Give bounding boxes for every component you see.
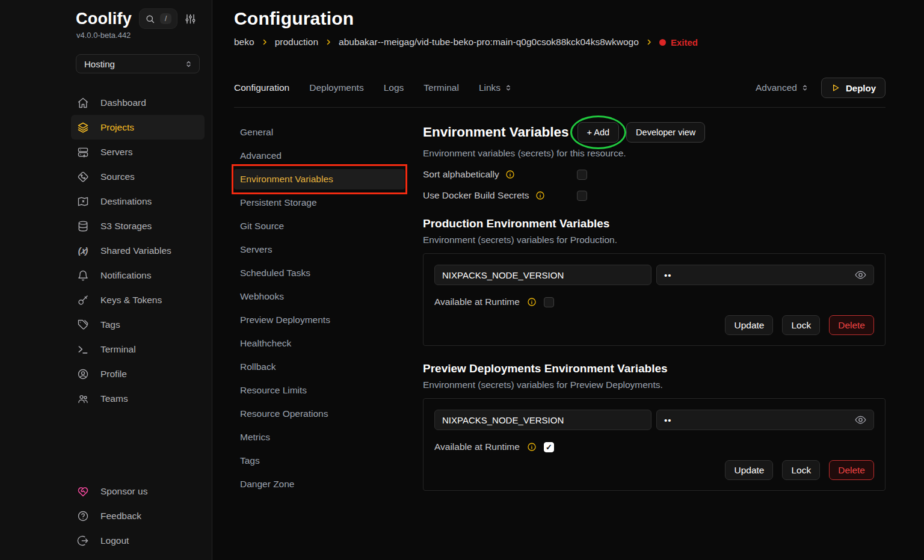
lock-button[interactable]: Lock [782, 315, 820, 335]
heart-icon [76, 485, 89, 497]
sidebar-item-dashboard[interactable]: Dashboard [71, 90, 205, 115]
subnav-webhooks[interactable]: Webhooks [234, 286, 405, 307]
page-title: Configuration [234, 8, 886, 29]
variable-name-input[interactable] [434, 265, 651, 285]
production-section-title: Production Environment Variables [423, 217, 886, 230]
add-variable-button[interactable]: + Add [578, 122, 620, 143]
available-at-runtime-checkbox[interactable] [544, 442, 554, 452]
sidebar-item-s3-storages[interactable]: S3 Storages [71, 214, 205, 238]
lock-button[interactable]: Lock [782, 460, 820, 480]
sidebar-item-shared-variables[interactable]: (𝑥) Shared Variables [71, 238, 205, 263]
bell-icon [76, 269, 89, 282]
chevron-up-down-icon [184, 60, 193, 69]
search-shortcut-key: / [160, 13, 171, 24]
sidebar-item-sponsor[interactable]: Sponsor us [71, 479, 205, 503]
sidebar-item-projects[interactable]: Projects [71, 115, 205, 140]
preview-section-subtitle: Environment (secrets) variables for Prev… [423, 380, 886, 390]
sidebar-item-teams[interactable]: Teams [71, 386, 205, 411]
subnav-metrics[interactable]: Metrics [234, 427, 405, 448]
sidebar-item-label: Sources [100, 171, 135, 182]
sidebar-item-destinations[interactable]: Destinations [71, 189, 205, 214]
team-select[interactable]: Hosting [76, 54, 200, 73]
breadcrumb-environment[interactable]: production [275, 37, 318, 48]
logout-icon [76, 535, 89, 547]
sidebar-item-feedback[interactable]: Feedback [71, 503, 205, 528]
subnav-servers[interactable]: Servers [234, 239, 405, 260]
app-version: v4.0.0-beta.442 [76, 31, 205, 40]
sidebar-item-sources[interactable]: Sources [71, 164, 205, 189]
chevron-up-down-icon [801, 84, 809, 92]
developer-view-button[interactable]: Developer view [626, 122, 705, 143]
subnav-preview-deployments[interactable]: Preview Deployments [234, 310, 405, 330]
subnav-scheduled-tasks[interactable]: Scheduled Tasks [234, 263, 405, 283]
variable-value-input[interactable] [656, 265, 874, 285]
subnav-advanced[interactable]: Advanced [234, 146, 405, 166]
sidebar-item-logout[interactable]: Logout [71, 528, 205, 553]
sidebar-item-keys-tokens[interactable]: Keys & Tokens [71, 288, 205, 312]
advanced-dropdown[interactable]: Advanced [756, 82, 809, 93]
subnav-rollback[interactable]: Rollback [234, 357, 405, 377]
sidebar-nav: Dashboard Projects Servers Sources Desti… [71, 90, 205, 411]
info-icon [527, 297, 537, 307]
chevron-right-icon [645, 38, 653, 46]
sidebar-item-terminal[interactable]: Terminal [71, 337, 205, 362]
subnav-git-source[interactable]: Git Source [234, 216, 405, 236]
env-variable-card-preview: Available at Runtime Update Lock Delete [423, 398, 886, 491]
tab-links[interactable]: Links [479, 82, 513, 93]
sidebar-item-label: Logout [100, 535, 129, 546]
delete-button[interactable]: Delete [829, 315, 874, 335]
key-icon [76, 294, 89, 306]
chevron-right-icon [325, 38, 332, 46]
search-icon [145, 14, 155, 24]
sidebar-item-label: S3 Storages [100, 221, 152, 232]
sidebar-item-tags[interactable]: Tags [71, 312, 205, 337]
sidebar-item-notifications[interactable]: Notifications [71, 263, 205, 288]
chevron-up-down-icon [504, 84, 513, 92]
update-button[interactable]: Update [725, 315, 773, 335]
sidebar-item-label: Tags [100, 319, 120, 330]
delete-button[interactable]: Delete [829, 460, 874, 480]
breadcrumb-resource[interactable]: abubakar--meigag/vid-tube-beko-pro:main-… [339, 37, 639, 48]
info-icon [527, 442, 537, 452]
sidebar-item-servers[interactable]: Servers [71, 140, 205, 164]
status-dot-icon [659, 39, 666, 46]
subnav-danger-zone[interactable]: Danger Zone [234, 474, 405, 494]
sort-alphabetically-checkbox[interactable] [577, 170, 587, 180]
env-variable-card-production: Available at Runtime Update Lock Delete [423, 253, 886, 346]
subnav-environment-variables[interactable]: Environment Variables [234, 169, 405, 189]
subnav-general[interactable]: General [234, 122, 405, 143]
eye-icon[interactable] [854, 269, 867, 282]
status-label: Exited [671, 37, 698, 48]
variable-name-input[interactable] [434, 410, 651, 430]
sidebar-item-label: Dashboard [100, 97, 146, 108]
sidebar-item-profile[interactable]: Profile [71, 362, 205, 386]
subnav-persistent-storage[interactable]: Persistent Storage [234, 192, 405, 213]
subnav-resource-limits[interactable]: Resource Limits [234, 380, 405, 401]
info-icon [505, 170, 515, 179]
tab-deployments[interactable]: Deployments [309, 82, 363, 93]
update-button[interactable]: Update [725, 460, 773, 480]
eye-icon[interactable] [854, 414, 867, 426]
tab-terminal[interactable]: Terminal [424, 82, 459, 93]
config-subnav: General Advanced Environment Variables P… [234, 122, 423, 497]
search-button[interactable]: / [139, 8, 177, 29]
available-at-runtime-checkbox[interactable] [544, 297, 554, 307]
tab-configuration[interactable]: Configuration [234, 82, 289, 93]
subnav-healthcheck[interactable]: Healthcheck [234, 333, 405, 354]
tab-bar: Configuration Deployments Logs Terminal … [234, 78, 886, 98]
sidebar-footer: Sponsor us Feedback Logout [71, 479, 205, 553]
sidebar-item-label: Teams [100, 393, 128, 404]
tab-logs[interactable]: Logs [384, 82, 404, 93]
docker-build-secrets-checkbox[interactable] [577, 191, 587, 201]
section-title: Environment Variables [423, 125, 569, 140]
variable-value-input[interactable] [656, 410, 874, 430]
settings-sliders-icon[interactable] [185, 13, 196, 25]
docker-build-secrets-label: Use Docker Build Secrets [423, 190, 529, 201]
database-icon [76, 220, 89, 232]
variable-icon: (𝑥) [76, 245, 89, 256]
sidebar-item-label: Notifications [100, 270, 151, 281]
subnav-resource-operations[interactable]: Resource Operations [234, 404, 405, 424]
subnav-tags[interactable]: Tags [234, 451, 405, 471]
deploy-button[interactable]: Deploy [821, 78, 886, 98]
breadcrumb-team[interactable]: beko [234, 37, 254, 48]
